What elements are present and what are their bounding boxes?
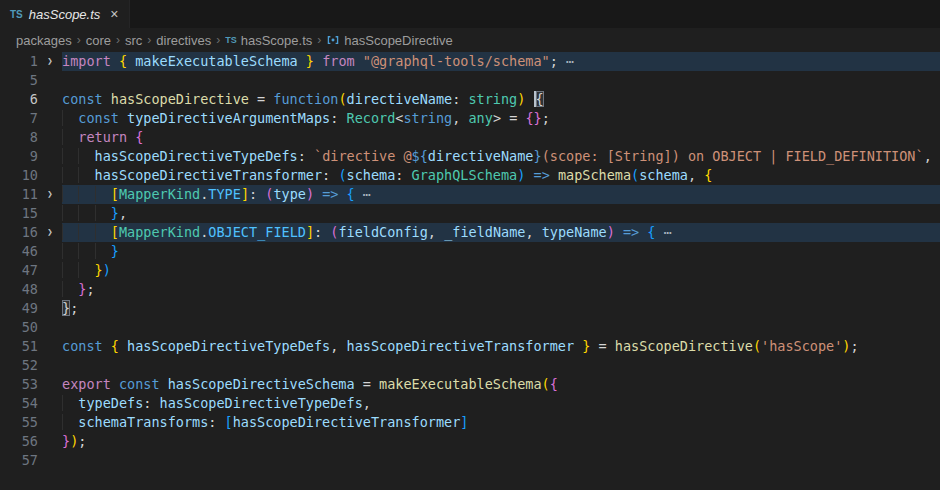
- breadcrumb-item-src[interactable]: src: [125, 33, 142, 48]
- code-content[interactable]: };: [62, 299, 940, 318]
- token: hasScopeDirectiveTypeDefs: [119, 338, 330, 354]
- code-line[interactable]: 53export const hasScopeDirectiveSchema =…: [0, 375, 940, 394]
- code-content[interactable]: };: [62, 280, 940, 299]
- line-number[interactable]: 7: [0, 109, 38, 128]
- code-line[interactable]: 1❯import { makeExecutableSchema } from "…: [0, 52, 940, 71]
- fold-chevron-icon[interactable]: ❯: [38, 52, 62, 71]
- code-line[interactable]: 16❯ [MapperKind.OBJECT_FIELD]: (fieldCon…: [0, 223, 940, 242]
- token: {: [119, 53, 127, 69]
- line-number[interactable]: 57: [0, 451, 38, 470]
- folded-code-ellipsis[interactable]: ⋯: [656, 224, 672, 240]
- tab-hasscope[interactable]: TS hasScope.ts ×: [0, 0, 130, 28]
- line-number[interactable]: 10: [0, 166, 38, 185]
- code-line[interactable]: 9 hasScopeDirectiveTypeDefs: `directive …: [0, 147, 940, 166]
- code-content[interactable]: return {: [62, 128, 940, 147]
- line-number[interactable]: 9: [0, 147, 38, 166]
- token: [: [225, 414, 233, 430]
- close-icon[interactable]: ×: [110, 7, 118, 21]
- code-line[interactable]: 10 hasScopeDirectiveTransformer: (schema…: [0, 166, 940, 185]
- code-content[interactable]: [MapperKind.OBJECT_FIELD]: (fieldConfig,…: [62, 223, 940, 242]
- matched-bracket: {: [536, 91, 544, 107]
- code-content[interactable]: export const hasScopeDirectiveSchema = m…: [62, 375, 940, 394]
- code-line[interactable]: 57: [0, 451, 940, 470]
- breadcrumb-item-packages[interactable]: packages: [16, 33, 72, 48]
- breadcrumb-item-directives[interactable]: directives: [156, 33, 211, 48]
- token: Record: [347, 110, 396, 126]
- code-line[interactable]: 49};: [0, 299, 940, 318]
- fold-chevron-placeholder: [38, 90, 62, 109]
- code-content[interactable]: [62, 71, 940, 90]
- line-number[interactable]: 1: [0, 52, 38, 71]
- line-number[interactable]: 5: [0, 71, 38, 90]
- gutter: 47: [0, 261, 62, 280]
- code-content[interactable]: import { makeExecutableSchema } from "@g…: [62, 52, 940, 71]
- line-number[interactable]: 47: [0, 261, 38, 280]
- code-content[interactable]: }: [62, 242, 940, 261]
- line-number[interactable]: 51: [0, 337, 38, 356]
- fold-chevron-icon[interactable]: ❯: [38, 185, 62, 204]
- token: :: [322, 167, 338, 183]
- code-line[interactable]: 51const { hasScopeDirectiveTypeDefs, has…: [0, 337, 940, 356]
- line-number[interactable]: 56: [0, 432, 38, 451]
- code-content[interactable]: const typeDirectiveArgumentMaps: Record<…: [62, 109, 940, 128]
- code-line[interactable]: 5: [0, 71, 940, 90]
- code-line[interactable]: 55 schemaTransforms: [hasScopeDirectiveT…: [0, 413, 940, 432]
- line-number[interactable]: 16: [0, 223, 38, 242]
- breadcrumb-item-file[interactable]: TS hasScope.ts: [225, 33, 312, 48]
- token: ): [306, 186, 314, 202]
- code-line[interactable]: 8 return {: [0, 128, 940, 147]
- code-line[interactable]: 47 }): [0, 261, 940, 280]
- line-number[interactable]: 15: [0, 204, 38, 223]
- code-line[interactable]: 48 };: [0, 280, 940, 299]
- code-line[interactable]: 11❯ [MapperKind.TYPE]: (type) => { ⋯: [0, 185, 940, 204]
- token: =: [363, 376, 379, 392]
- line-number[interactable]: 54: [0, 394, 38, 413]
- gutter: 54: [0, 394, 62, 413]
- folded-code-ellipsis[interactable]: ⋯: [558, 53, 574, 69]
- line-number[interactable]: 46: [0, 242, 38, 261]
- fold-chevron-icon[interactable]: ❯: [38, 223, 62, 242]
- code-line[interactable]: 46 }: [0, 242, 940, 261]
- fold-chevron-placeholder: [38, 166, 62, 185]
- breadcrumb-separator: ›: [116, 33, 120, 47]
- code-content[interactable]: const { hasScopeDirectiveTypeDefs, hasSc…: [62, 337, 940, 356]
- line-number[interactable]: 50: [0, 318, 38, 337]
- line-number[interactable]: 48: [0, 280, 38, 299]
- code-line[interactable]: 15 },: [0, 204, 940, 223]
- token: ,: [428, 224, 444, 240]
- code-content[interactable]: schemaTransforms: [hasScopeDirectiveTran…: [62, 413, 940, 432]
- line-number[interactable]: 52: [0, 356, 38, 375]
- code-content[interactable]: typeDefs: hasScopeDirectiveTypeDefs,: [62, 394, 940, 413]
- code-content[interactable]: },: [62, 204, 940, 223]
- line-number[interactable]: 53: [0, 375, 38, 394]
- line-number[interactable]: 8: [0, 128, 38, 147]
- code-line[interactable]: 56});: [0, 432, 940, 451]
- line-number[interactable]: 11: [0, 185, 38, 204]
- code-line[interactable]: 54 typeDefs: hasScopeDirectiveTypeDefs,: [0, 394, 940, 413]
- code-content[interactable]: hasScopeDirectiveTransformer: (schema: G…: [62, 166, 940, 185]
- token: {: [647, 224, 655, 240]
- breadcrumb-item-core[interactable]: core: [86, 33, 111, 48]
- code-content[interactable]: [62, 451, 940, 470]
- code-content[interactable]: [62, 356, 940, 375]
- token: ): [103, 262, 111, 278]
- token: const: [62, 338, 111, 354]
- line-number[interactable]: 6: [0, 90, 38, 109]
- code-content[interactable]: [MapperKind.TYPE]: (type) => { ⋯: [62, 185, 940, 204]
- code-line[interactable]: 6const hasScopeDirective = function(dire…: [0, 90, 940, 109]
- code-content[interactable]: [62, 318, 940, 337]
- code-line[interactable]: 50: [0, 318, 940, 337]
- line-number[interactable]: 49: [0, 299, 38, 318]
- indent-guide: [62, 148, 78, 164]
- symbol-variable-icon: [326, 33, 340, 47]
- breadcrumb-item-symbol[interactable]: hasScopeDirective: [326, 33, 452, 48]
- line-number[interactable]: 55: [0, 413, 38, 432]
- fold-chevron-placeholder: [38, 394, 62, 413]
- code-line[interactable]: 52: [0, 356, 940, 375]
- code-content[interactable]: hasScopeDirectiveTypeDefs: `directive @$…: [62, 147, 940, 166]
- folded-code-ellipsis[interactable]: ⋯: [355, 186, 371, 202]
- code-line[interactable]: 7 const typeDirectiveArgumentMaps: Recor…: [0, 109, 940, 128]
- code-content[interactable]: });: [62, 432, 940, 451]
- code-content[interactable]: const hasScopeDirective = function(direc…: [62, 90, 940, 109]
- code-content[interactable]: }): [62, 261, 940, 280]
